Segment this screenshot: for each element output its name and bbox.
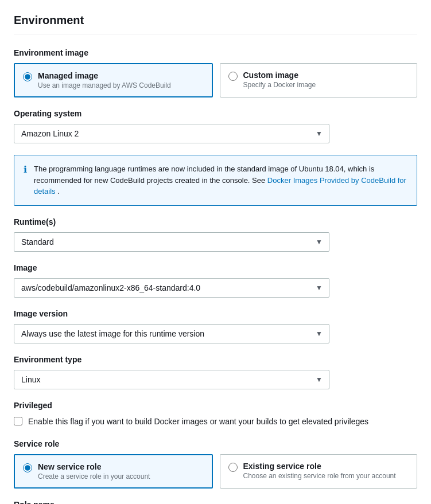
- runtimes-wrapper: Standard Amplify Android Docker Go Java …: [14, 232, 329, 252]
- image-wrapper: aws/codebuild/amazonlinux2-x86_64-standa…: [14, 278, 329, 298]
- new-service-role-radio[interactable]: [23, 463, 32, 472]
- environment-type-select[interactable]: Linux Linux GPU ARM Windows Server 2019: [14, 370, 329, 389]
- new-service-role-card[interactable]: New service role Create a service role i…: [14, 454, 213, 489]
- info-text: The programming language runtimes are no…: [34, 163, 407, 197]
- existing-service-role-card[interactable]: Existing service role Choose an existing…: [220, 454, 418, 489]
- page-title: Environment: [14, 14, 417, 34]
- environment-type-label: Environment type: [14, 355, 417, 364]
- service-role-section: Service role New service role Create a s…: [14, 439, 417, 489]
- privileged-label: Privileged: [14, 401, 417, 410]
- existing-service-role-desc: Choose an existing service role from you…: [243, 472, 396, 480]
- managed-image-title: Managed image: [38, 71, 171, 80]
- environment-image-label: Environment image: [14, 48, 417, 57]
- info-icon: ℹ: [24, 164, 27, 197]
- operating-system-label: Operating system: [14, 109, 417, 118]
- existing-service-role-radio[interactable]: [228, 463, 238, 472]
- image-version-select[interactable]: Always use the latest image for this run…: [14, 324, 329, 343]
- info-box: ℹ The programming language runtimes are …: [14, 155, 417, 206]
- image-section: Image aws/codebuild/amazonlinux2-x86_64-…: [14, 263, 417, 298]
- managed-image-card[interactable]: Managed image Use an image managed by AW…: [14, 63, 213, 97]
- custom-image-card[interactable]: Custom image Specify a Docker image: [220, 63, 418, 97]
- runtimes-section: Runtime(s) Standard Amplify Android Dock…: [14, 217, 417, 252]
- environment-image-section: Environment image Managed image Use an i…: [14, 48, 417, 97]
- page-container: Environment Environment image Managed im…: [0, 0, 431, 504]
- environment-image-group: Managed image Use an image managed by AW…: [14, 63, 417, 97]
- info-text-after: .: [56, 187, 60, 196]
- operating-system-section: Operating system Amazon Linux 2 Ubuntu W…: [14, 109, 417, 143]
- service-role-group: New service role Create a service role i…: [14, 454, 417, 489]
- managed-image-desc: Use an image managed by AWS CodeBuild: [38, 81, 171, 89]
- role-name-section: Role name Type your service role name: [14, 500, 417, 505]
- managed-image-radio[interactable]: [23, 72, 32, 81]
- custom-image-title: Custom image: [243, 71, 316, 80]
- image-label: Image: [14, 263, 417, 272]
- image-version-section: Image version Always use the latest imag…: [14, 309, 417, 343]
- privileged-checkbox-label: Enable this flag if you want to build Do…: [28, 416, 368, 428]
- environment-type-wrapper: Linux Linux GPU ARM Windows Server 2019 …: [14, 370, 329, 389]
- privileged-checkbox-row: Enable this flag if you want to build Do…: [14, 416, 417, 428]
- custom-image-radio[interactable]: [228, 72, 238, 81]
- runtimes-select[interactable]: Standard Amplify Android Docker Go Java …: [14, 232, 329, 252]
- image-version-label: Image version: [14, 309, 417, 318]
- image-select[interactable]: aws/codebuild/amazonlinux2-x86_64-standa…: [14, 278, 329, 298]
- privileged-checkbox[interactable]: [14, 417, 22, 425]
- role-name-label: Role name: [14, 500, 417, 505]
- environment-type-section: Environment type Linux Linux GPU ARM Win…: [14, 355, 417, 389]
- custom-image-desc: Specify a Docker image: [243, 81, 316, 89]
- new-service-role-title: New service role: [38, 462, 150, 471]
- image-version-wrapper: Always use the latest image for this run…: [14, 324, 329, 343]
- privileged-section: Privileged Enable this flag if you want …: [14, 401, 417, 428]
- operating-system-wrapper: Amazon Linux 2 Ubuntu Windows Server 201…: [14, 124, 329, 143]
- operating-system-select[interactable]: Amazon Linux 2 Ubuntu Windows Server 201…: [14, 124, 329, 143]
- runtimes-label: Runtime(s): [14, 217, 417, 226]
- new-service-role-desc: Create a service role in your account: [38, 472, 150, 480]
- service-role-label: Service role: [14, 439, 417, 448]
- existing-service-role-title: Existing service role: [243, 462, 396, 471]
